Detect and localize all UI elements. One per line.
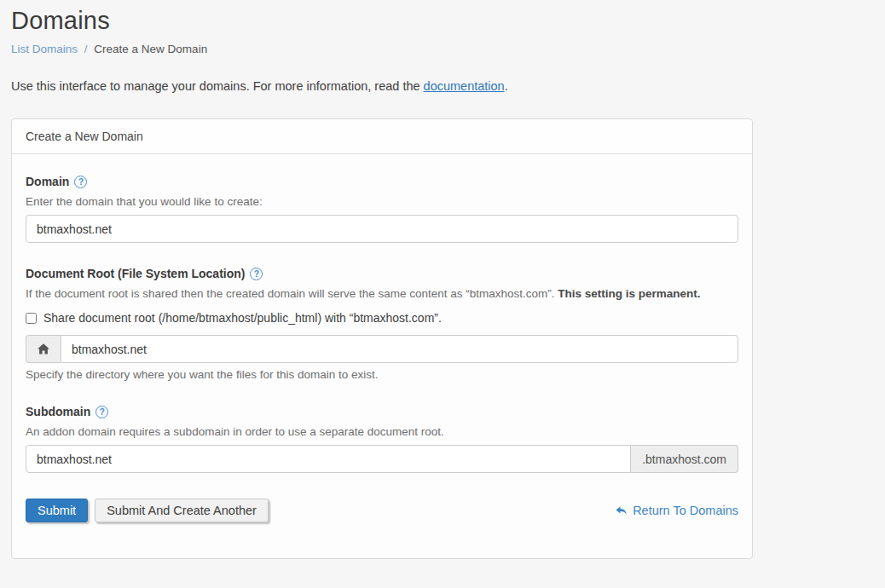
docroot-label-row: Document Root (File System Location) ? <box>26 267 738 280</box>
create-domain-panel: Create a New Domain Domain ? Enter the d… <box>11 118 753 559</box>
intro-text-after: . <box>505 79 508 93</box>
docroot-description-bold: This setting is permanent. <box>558 287 700 300</box>
panel-heading: Create a New Domain <box>12 119 752 154</box>
subdomain-help-icon[interactable]: ? <box>95 406 108 418</box>
actions-row: Submit Submit And Create Another Return … <box>26 499 738 522</box>
intro-text-before: Use this interface to manage your domain… <box>11 79 424 93</box>
breadcrumb-link-list-domains[interactable]: List Domains <box>11 43 78 55</box>
documentation-link[interactable]: documentation <box>424 79 505 93</box>
breadcrumb-current: Create a New Domain <box>94 43 207 55</box>
docroot-description-normal: If the document root is shared then the … <box>26 287 558 300</box>
breadcrumb: List Domains / Create a New Domain <box>11 43 885 55</box>
subdomain-input[interactable] <box>26 445 631 473</box>
breadcrumb-separator: / <box>84 43 88 55</box>
domain-input[interactable] <box>26 215 738 243</box>
page-title: Domains <box>11 7 885 35</box>
docroot-description: If the document root is shared then the … <box>26 287 738 300</box>
subdomain-label-row: Subdomain ? <box>26 405 738 418</box>
home-icon <box>26 335 61 363</box>
domain-help-text: Enter the domain that you would like to … <box>26 195 738 208</box>
docroot-input[interactable] <box>61 335 738 363</box>
intro-text: Use this interface to manage your domain… <box>11 79 885 93</box>
return-to-domains-label: Return To Domains <box>633 504 738 517</box>
domain-label: Domain <box>26 175 69 188</box>
subdomain-suffix: .btmaxhost.com <box>631 445 738 473</box>
panel-body: Domain ? Enter the domain that you would… <box>12 154 752 558</box>
docroot-label: Document Root (File System Location) <box>26 267 245 280</box>
subdomain-help-text: An addon domain requires a subdomain in … <box>26 425 738 438</box>
domain-label-row: Domain ? <box>26 175 738 188</box>
docroot-input-group <box>26 335 738 363</box>
page-container: Domains List Domains / Create a New Doma… <box>0 0 885 559</box>
return-to-domains-link[interactable]: Return To Domains <box>615 504 738 517</box>
reply-arrow-icon <box>615 504 628 516</box>
share-docroot-checkbox[interactable] <box>26 313 37 324</box>
subdomain-label: Subdomain <box>26 405 90 418</box>
submit-and-create-another-button[interactable]: Submit And Create Another <box>95 499 269 522</box>
subdomain-input-group: .btmaxhost.com <box>26 445 738 473</box>
share-docroot-label: Share document root (/home/btmaxhost/pub… <box>43 311 442 325</box>
home-icon-svg <box>37 343 50 355</box>
docroot-help-text: Specify the directory where you want the… <box>26 368 738 381</box>
share-docroot-row: Share document root (/home/btmaxhost/pub… <box>26 311 738 325</box>
submit-button[interactable]: Submit <box>26 499 88 522</box>
domain-help-icon[interactable]: ? <box>74 176 87 188</box>
docroot-help-icon[interactable]: ? <box>250 268 263 280</box>
